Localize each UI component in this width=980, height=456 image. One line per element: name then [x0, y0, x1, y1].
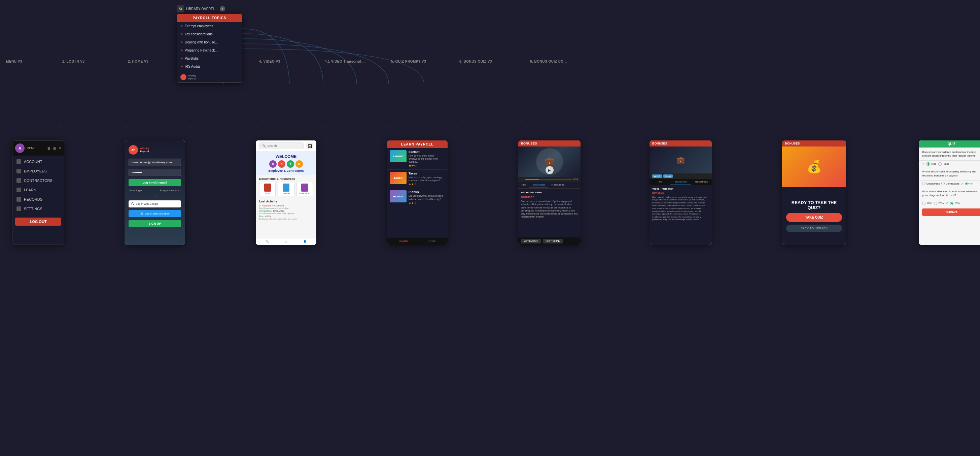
doc-1099b[interactable]: 1099-B — [278, 182, 294, 196]
password-field[interactable]: •••••••••• — [129, 169, 181, 176]
quiz-back-button[interactable]: BACK TO LIBRARY — [786, 225, 842, 232]
q3-radio-15[interactable] — [950, 202, 953, 205]
library-inner: LEARN PAYROLL EXEMPT Exempt How do you k… — [387, 140, 448, 245]
video-tab-info[interactable]: Info — [518, 182, 530, 188]
library-card-bonus[interactable]: BONUS P-onus Did you know that bonuses n… — [387, 188, 448, 207]
library-card-exempt[interactable]: EXEMPT Exempt How do you know which empl… — [387, 148, 448, 170]
bonus-q2-employees[interactable]: Employees — [922, 182, 940, 186]
popup-item-3[interactable]: Dealing with bonuse... — [177, 38, 242, 46]
popup-item-5[interactable]: Paystubs — [177, 54, 242, 62]
email-field[interactable]: h-resources@dronelivery.com — [129, 159, 181, 166]
bonus-submit-button[interactable]: SUBMIT — [922, 209, 980, 216]
transcript-video-area[interactable]: 💼 — [649, 147, 712, 174]
transcript-control-btn-2[interactable]: Speed — [663, 174, 672, 178]
home-nav-home[interactable]: ⌂ — [285, 240, 287, 243]
1099misc-doc-icon — [301, 183, 308, 191]
video-pause-icon[interactable]: ⏸ — [521, 178, 523, 181]
bonus-q2-contractors[interactable]: Contractors — [941, 182, 959, 186]
popup-item-2[interactable]: Tax considerations — [177, 30, 242, 38]
menu-item-contractors[interactable]: CONTRACTORS — [13, 176, 64, 185]
menu-item-records[interactable]: RECORDS — [13, 195, 64, 204]
home-nav-profile[interactable]: 👤 — [303, 240, 307, 243]
bonus-q1-true[interactable]: ✓ True — [922, 162, 936, 166]
library-bottom-nav: LEARN HOME — [387, 238, 448, 245]
library-card-taxes[interactable]: TAXES Taxes How to correctly report earn… — [387, 170, 448, 188]
q2-radio-hr[interactable] — [965, 182, 969, 185]
learn-nav-learn[interactable]: LEARN — [399, 240, 408, 243]
video-subject-icon: 💼 — [544, 157, 555, 166]
bonus-title: P-onus — [409, 190, 445, 194]
quiz-take-button[interactable]: TAKE QUIZ — [786, 213, 842, 222]
filter-button[interactable]: ⊞ — [306, 142, 313, 149]
video-controls: ⏸ 0:24 — [518, 177, 581, 182]
q1-radio-true[interactable] — [926, 162, 930, 166]
learn-nav-home[interactable]: HOME — [428, 240, 436, 243]
menu-item-employees[interactable]: EMPLOYEES — [13, 166, 64, 176]
signup-button[interactable]: SIGN UP — [129, 220, 181, 227]
video-frame-label: 4. VIDEO V3 — [259, 60, 280, 63]
popup-close-button[interactable]: × — [220, 6, 225, 11]
transcript-tab-resources[interactable]: Resources — [691, 179, 712, 185]
video-progress-bar[interactable] — [525, 179, 572, 180]
bonus-question-2: Who is responsible for properly awarding… — [919, 167, 980, 180]
q3-radio-10[interactable] — [922, 202, 926, 205]
logout-button[interactable]: LOG OUT — [15, 218, 61, 226]
q3-radio-25[interactable] — [934, 202, 937, 205]
q2-radio-employees[interactable] — [922, 182, 926, 185]
save-login-link[interactable]: Save login — [129, 189, 142, 192]
home-nav-search[interactable]: 🔍 — [266, 240, 269, 243]
exempt-card-content: Exempt How do you know which employees a… — [409, 150, 445, 167]
w9-doc-icon — [264, 183, 271, 191]
home-docs-row: W-9 1099-B 1099-MISC — [259, 182, 313, 196]
home-welcome-title: WELCOME — [259, 154, 313, 159]
bonus-q2-hr[interactable]: ✓ HR — [961, 182, 974, 186]
quiz-video-image: 💰 — [782, 147, 846, 187]
video-frame: BONUSES 💼 ▶ ⏸ 0:24 — [518, 140, 581, 245]
video-play-button[interactable]: ▶ — [546, 166, 554, 174]
popup-item-6[interactable]: IRS Audits — [177, 62, 242, 70]
quiz-frame: BONUSES 💰 READY TO TAKE THE QUIZ? TAKE Q… — [782, 140, 846, 245]
bonus-q3-15[interactable]: ✓ 15% — [946, 201, 960, 205]
transcript-tab-transcript[interactable]: Transcript — [670, 179, 691, 185]
login-email-button[interactable]: Log in with email — [129, 179, 181, 186]
close-icon[interactable]: ✕ — [59, 147, 61, 150]
popup-box: PAYROLL TOPICS Exempt employees Tax cons… — [177, 14, 242, 83]
video-player[interactable]: 💼 ▶ — [518, 147, 581, 177]
forgot-password-link[interactable]: Forgot Password — [160, 189, 180, 192]
bonus-q3-10[interactable]: 10% — [922, 201, 932, 205]
filter-icon[interactable]: ⊞ — [53, 147, 56, 150]
q1-radio-false[interactable] — [938, 162, 942, 166]
popup-item-4[interactable]: Preparing Paycheck... — [177, 46, 242, 54]
learn-icon — [16, 188, 21, 192]
hamburger-icon[interactable]: ☰ — [48, 147, 51, 150]
video-next-button[interactable]: NEXT CLIP ▶ — [543, 239, 563, 244]
quiz-content: READY TO TAKE THE QUIZ? TAKE QUIZ BACK T… — [782, 187, 846, 245]
home-nav: 🔍 Search ⊞ — [256, 140, 317, 151]
video-tab-transcript[interactable]: Transcript — [530, 182, 548, 188]
bonus-stars: ★★☆ — [409, 201, 445, 205]
video-prev-button[interactable]: ◀ PREVIOUS — [521, 239, 541, 244]
transcript-title: Video Transcript — [652, 187, 709, 191]
bonus-q1-false[interactable]: False — [938, 162, 950, 166]
popup-item-1[interactable]: Exempt employees — [177, 22, 242, 30]
login-frame-label: 1. LOG IN V3 — [62, 60, 85, 63]
login-divider: or — [129, 195, 181, 198]
bonus-q3-25[interactable]: 25% — [934, 201, 943, 205]
transcript-control-btn-1[interactable]: ⏮ 0:45 — [652, 174, 662, 178]
home-search-bar[interactable]: 🔍 Search — [259, 142, 304, 149]
menu-item-settings[interactable]: SETTINGS — [13, 204, 64, 214]
video-progress-fill — [525, 179, 539, 180]
menu-items-list: ACCOUNT EMPLOYEES CONTRACTORS LEARN RECO… — [13, 156, 64, 215]
q2-radio-contractors[interactable] — [941, 182, 945, 185]
video-inner: BONUSES 💼 ▶ ⏸ 0:24 — [518, 140, 581, 245]
doc-1099misc[interactable]: 1099-MISC — [296, 182, 313, 196]
microsoft-login-button[interactable]: ⊞ Log in with Microsoft — [129, 210, 181, 217]
menu-item-learn[interactable]: LEARN — [13, 185, 64, 195]
video-tab-resources[interactable]: Resources — [548, 182, 568, 188]
transcript-tab-info[interactable]: Info — [649, 179, 670, 185]
activity-item-3: Filed • W-9 Employee information recorde… — [259, 215, 313, 220]
menu-item-account[interactable]: ACCOUNT — [13, 157, 64, 166]
exempt-desc: How do you know which employees are exem… — [409, 154, 445, 163]
doc-w9[interactable]: W-9 — [259, 182, 275, 196]
google-login-button[interactable]: G Log in with Google — [129, 200, 181, 207]
